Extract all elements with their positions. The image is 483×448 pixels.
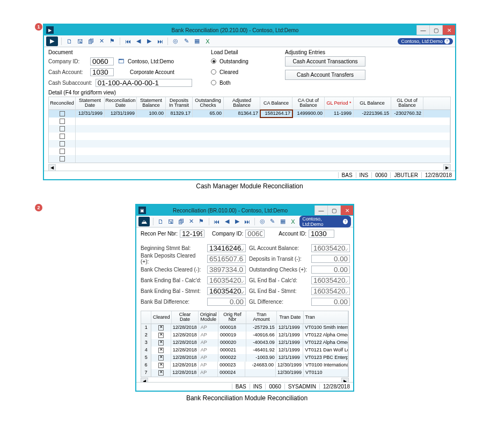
- grid-row[interactable]: [49, 125, 450, 133]
- radio-both[interactable]: [211, 80, 216, 85]
- reconciled-checkbox[interactable]: [60, 141, 65, 146]
- copy-icon[interactable]: 🗐: [177, 217, 185, 226]
- account-id-input[interactable]: [309, 230, 334, 238]
- reconciled-checkbox[interactable]: [60, 119, 65, 124]
- company-lookup-icon[interactable]: 🗔: [117, 57, 125, 65]
- grid-row[interactable]: [49, 117, 450, 125]
- excel-icon[interactable]: X: [203, 37, 212, 46]
- bank-reconciliation-window: ▣ Reconciliation (BR.010.00) - Contoso, …: [135, 204, 354, 392]
- grid-row[interactable]: [49, 140, 450, 148]
- col-gl-period[interactable]: GL Period *: [325, 97, 354, 109]
- grid-row[interactable]: [49, 133, 450, 140]
- col-tran-amount[interactable]: Tran Amount: [246, 311, 277, 324]
- next-icon[interactable]: ▶: [233, 217, 241, 226]
- maximize-button[interactable]: ▢: [327, 205, 340, 215]
- cash-account-input[interactable]: [90, 68, 114, 76]
- beginning-bal-input[interactable]: [207, 244, 246, 252]
- cleared-checkbox: [158, 370, 164, 376]
- new-icon[interactable]: 🗋: [65, 37, 74, 46]
- col-orig-module[interactable]: Original Module: [199, 311, 219, 324]
- menu-icon[interactable]: ⛰: [138, 217, 150, 226]
- reconciled-checkbox[interactable]: [60, 156, 65, 161]
- cash-account-transactions-button[interactable]: Cash Account Transactions: [285, 56, 365, 67]
- col-gl-out[interactable]: GL Out of Balance: [391, 97, 423, 109]
- cash-account-transfers-button[interactable]: Cash Account Transfers: [285, 70, 365, 80]
- col-recon-date[interactable]: Reconciliation Date: [105, 97, 137, 109]
- maximize-button[interactable]: ▢: [429, 25, 442, 35]
- delete-icon[interactable]: ✕: [187, 217, 195, 226]
- help-icon[interactable]: ?: [343, 219, 348, 224]
- col-tran-date[interactable]: Tran Date: [277, 311, 303, 324]
- col-ca-balance[interactable]: CA Balance: [260, 97, 292, 109]
- grid-row[interactable]: [49, 148, 450, 155]
- menu-icon[interactable]: ▶: [46, 36, 58, 46]
- scroll-left-button[interactable]: ◀: [48, 164, 56, 171]
- excel-icon[interactable]: X: [289, 217, 297, 226]
- prev-icon[interactable]: ◀: [134, 37, 143, 46]
- delete-icon[interactable]: ✕: [97, 37, 106, 46]
- col-tran[interactable]: Tran: [304, 311, 348, 324]
- reconciled-checkbox[interactable]: [60, 149, 65, 154]
- transaction-row[interactable]: 312/28/2018AP000020-40043.0912/1/1999VT0…: [141, 339, 348, 347]
- transaction-row[interactable]: 412/28/2018AP000021-46401.9212/1/1999VT0…: [141, 347, 348, 354]
- first-icon[interactable]: ⏮: [213, 217, 221, 226]
- close-button[interactable]: ✕: [442, 25, 455, 35]
- col-cleared[interactable]: Cleared: [151, 311, 172, 324]
- col-clear-date[interactable]: Clear Date: [172, 311, 198, 324]
- grid-row[interactable]: 12/31/1999 12/31/1999 100.00 81329.17 65…: [49, 110, 450, 117]
- company-tag[interactable]: Contoso, Ltd:Demo ?: [299, 216, 352, 227]
- target-icon[interactable]: ◎: [171, 37, 180, 46]
- col-deposits[interactable]: Deposits In Transit: [166, 97, 193, 109]
- company-id-input[interactable]: [90, 57, 114, 65]
- radio-cleared[interactable]: [211, 69, 216, 75]
- copy-icon[interactable]: 🗐: [86, 37, 95, 46]
- minimize-button[interactable]: —: [314, 205, 327, 215]
- tools-icon[interactable]: ✎: [182, 37, 191, 46]
- reconciled-checkbox[interactable]: [60, 111, 65, 116]
- outstanding-checks: [311, 266, 350, 274]
- flag-icon[interactable]: ⚑: [108, 37, 116, 46]
- scroll-right-button[interactable]: ▶: [341, 378, 349, 382]
- transaction-row[interactable]: 712/28/2018AP00002412/30/1999VT0110: [141, 369, 348, 377]
- recon-per-input[interactable]: [180, 230, 204, 238]
- save-icon[interactable]: 🖫: [167, 217, 175, 226]
- grid-row[interactable]: [49, 155, 450, 163]
- col-orig-ref[interactable]: Orig Ref Nbr: [219, 311, 246, 324]
- prev-icon[interactable]: ◀: [223, 217, 231, 226]
- reconciled-checkbox[interactable]: [60, 134, 65, 139]
- checks-cleared: [207, 266, 246, 274]
- last-icon[interactable]: ⏭: [243, 217, 251, 226]
- save-icon[interactable]: 🖫: [76, 37, 84, 46]
- col-ca-out[interactable]: CA Out of Balance: [292, 97, 325, 109]
- last-icon[interactable]: ⏭: [156, 37, 164, 46]
- transaction-row[interactable]: 112/28/2018AP000018-25729.1512/1/1999VT0…: [141, 324, 348, 332]
- ca-balance-cell-highlight[interactable]: 1581264.17: [260, 110, 292, 117]
- col-gl-balance[interactable]: GL Balance: [354, 97, 391, 109]
- col-reconciled[interactable]: Reconciled: [49, 97, 76, 109]
- grid-icon[interactable]: ▦: [279, 217, 287, 226]
- cash-sub-input[interactable]: [96, 79, 192, 87]
- scroll-right-button[interactable]: ▶: [443, 164, 451, 171]
- col-stmt-date[interactable]: Statement Date: [76, 97, 105, 109]
- col-outstanding[interactable]: Outstanding Checks: [193, 97, 224, 109]
- tools-icon[interactable]: ✎: [268, 217, 276, 226]
- help-icon[interactable]: ?: [444, 39, 450, 44]
- col-stmt-balance[interactable]: Statement Balance: [137, 97, 166, 109]
- ending-bal-stmnt-input[interactable]: [207, 287, 246, 295]
- next-icon[interactable]: ▶: [145, 37, 153, 46]
- transaction-row[interactable]: 512/28/2018AP000022-1003.9012/1/1999VT01…: [141, 354, 348, 362]
- flag-icon[interactable]: ⚑: [197, 217, 206, 226]
- transaction-row[interactable]: 212/28/2018AP000019-40916.6612/1/1999VT0…: [141, 332, 348, 339]
- target-icon[interactable]: ◎: [258, 217, 266, 226]
- new-icon[interactable]: 🗋: [157, 217, 165, 226]
- grid-icon[interactable]: ▦: [193, 37, 201, 46]
- radio-outstanding[interactable]: [211, 58, 216, 64]
- col-adjusted[interactable]: Adjusted Balance: [224, 97, 260, 109]
- reconciled-checkbox[interactable]: [60, 126, 65, 131]
- first-icon[interactable]: ⏮: [123, 37, 132, 46]
- minimize-button[interactable]: —: [416, 25, 429, 35]
- scroll-left-button[interactable]: ◀: [141, 378, 148, 382]
- transaction-row[interactable]: 612/28/2018AP000023-24683.0012/30/1999VT…: [141, 362, 348, 369]
- close-button[interactable]: ✕: [340, 205, 353, 215]
- company-tag[interactable]: Contoso, Ltd:Demo ?: [398, 38, 453, 45]
